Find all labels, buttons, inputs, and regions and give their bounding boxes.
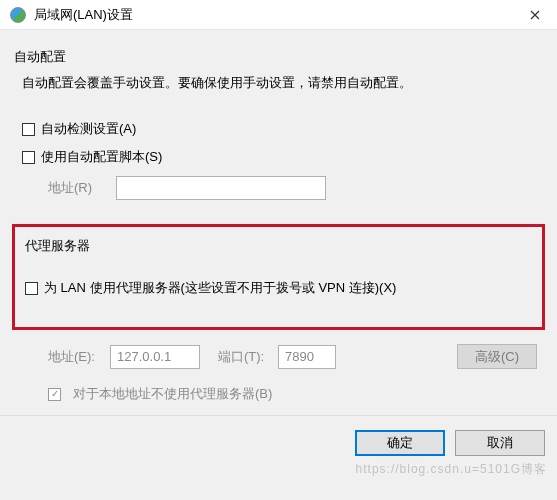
auto-detect-label: 自动检测设置(A): [41, 120, 136, 138]
auto-detect-checkbox[interactable]: [22, 123, 35, 136]
bypass-local-label: 对于本地地址不使用代理服务器(B): [73, 385, 272, 403]
cancel-button[interactable]: 取消: [455, 430, 545, 456]
advanced-button: 高级(C): [457, 344, 537, 369]
proxy-address-input: [110, 345, 200, 369]
proxy-port-input: [278, 345, 336, 369]
auto-config-title: 自动配置: [14, 48, 543, 66]
close-button[interactable]: [515, 1, 555, 29]
titlebar: 局域网(LAN)设置: [0, 0, 557, 30]
auto-config-description: 自动配置会覆盖手动设置。要确保使用手动设置，请禁用自动配置。: [14, 74, 543, 92]
bypass-local-checkbox: [48, 388, 61, 401]
use-script-checkbox[interactable]: [22, 151, 35, 164]
script-address-input: [116, 176, 326, 200]
window-title: 局域网(LAN)设置: [34, 6, 515, 24]
proxy-title: 代理服务器: [25, 237, 532, 255]
proxy-port-label: 端口(T):: [218, 348, 270, 366]
use-script-label: 使用自动配置脚本(S): [41, 148, 162, 166]
use-proxy-label: 为 LAN 使用代理服务器(这些设置不用于拨号或 VPN 连接)(X): [44, 279, 396, 297]
internet-options-icon: [10, 7, 26, 23]
close-icon: [530, 10, 540, 20]
script-address-label: 地址(R): [48, 179, 108, 197]
proxy-highlight-box: 代理服务器 为 LAN 使用代理服务器(这些设置不用于拨号或 VPN 连接)(X…: [12, 224, 545, 330]
proxy-address-label: 地址(E):: [48, 348, 102, 366]
ok-button[interactable]: 确定: [355, 430, 445, 456]
use-proxy-checkbox[interactable]: [25, 282, 38, 295]
